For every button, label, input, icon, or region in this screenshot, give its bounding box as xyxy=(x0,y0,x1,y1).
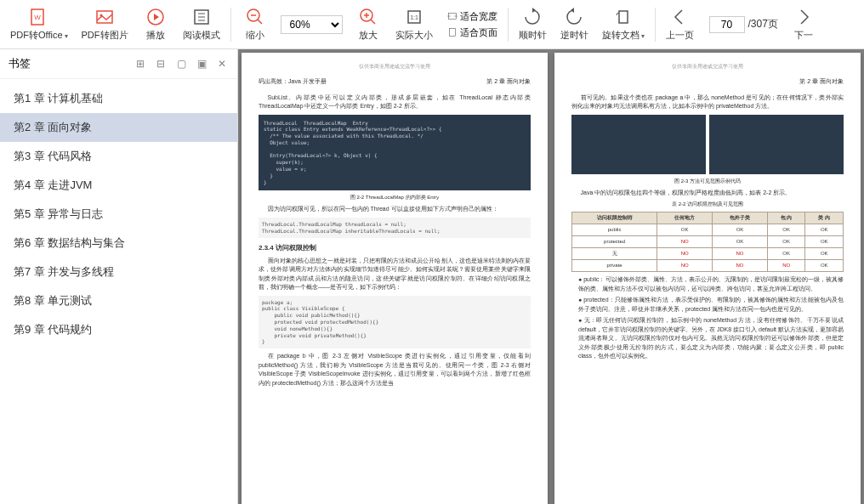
bookmark-list: 第1 章 计算机基础第2 章 面向对象第3 章 代码风格第4 章 走进JVM第5… xyxy=(0,79,237,504)
zoom-out-button[interactable]: 缩小 xyxy=(235,0,276,48)
pdf-viewer[interactable]: 仅供非商业用途或交流学习使用 码出高效：Java 开发手册第 2 章 面向对象 … xyxy=(238,49,864,504)
chevron-down-icon: ▾ xyxy=(65,32,68,40)
separator xyxy=(508,8,509,42)
zoom-in-icon xyxy=(358,7,378,27)
bookmark-item[interactable]: 第7 章 并发与多线程 xyxy=(0,258,237,286)
bookmarks-sidebar: 书签 ⊞ ⊟ ▢ ▣ ✕ 第1 章 计算机基础第2 章 面向对象第3 章 代码风… xyxy=(0,49,238,504)
code-screenshot-right xyxy=(709,115,844,174)
fit-buttons: 适合宽度 适合页面 xyxy=(440,0,504,48)
separator xyxy=(230,8,231,42)
pdf-page-left: 仅供非商业用途或交流学习使用 码出高效：Java 开发手册第 2 章 面向对象 … xyxy=(242,53,548,504)
bookmark-item[interactable]: 第3 章 代码风格 xyxy=(0,142,237,171)
rotate-doc-button[interactable]: 旋转文档▾ xyxy=(595,0,651,48)
svg-text:W: W xyxy=(34,14,41,21)
access-table: 访问权限控制符任何地方包外子类包 内类 内publicOKOKOKOKprote… xyxy=(571,212,844,272)
pdf-page-right: 仅供非商业用途或交流学习使用 第 2 章 面向对象 前可见的。如果这个类也在 p… xyxy=(554,53,861,504)
rotate-doc-icon xyxy=(613,7,634,27)
svg-text:1:1: 1:1 xyxy=(410,14,418,20)
svg-line-10 xyxy=(258,20,262,24)
bookmark-item[interactable]: 第2 章 面向对象 xyxy=(0,113,237,142)
svg-rect-21 xyxy=(449,28,455,36)
zoom-select[interactable]: 60% xyxy=(281,15,343,34)
close-icon[interactable]: ✕ xyxy=(215,57,229,71)
rotate-ccw-icon xyxy=(564,7,584,27)
pdf-word-icon: W xyxy=(29,7,49,27)
rotate-ccw-button[interactable]: 逆时针 xyxy=(554,0,595,48)
read-mode-button[interactable]: 阅读模式 xyxy=(176,0,227,48)
svg-line-13 xyxy=(371,20,375,24)
bullet-item: ● protected：只能修饰属性和方法，表示受保护的、有限制的，被其修饰的属… xyxy=(571,296,844,314)
bullet-item: ● 无：即无任何访问权限控制符，如示例中的 noneMethod 方法，没有任何… xyxy=(571,316,844,361)
fit-page-button[interactable]: 适合页面 xyxy=(446,26,497,39)
pdf-image-button[interactable]: PDF转图片 xyxy=(75,0,135,48)
svg-rect-22 xyxy=(619,11,628,23)
chevron-down-icon: ▾ xyxy=(641,32,645,40)
rotate-cw-icon xyxy=(522,7,543,27)
actual-size-icon: 1:1 xyxy=(404,7,424,27)
page-total-label: /307页 xyxy=(748,17,778,31)
expand-icon[interactable]: ⊞ xyxy=(134,57,147,71)
pdf-convert-button[interactable]: W PDF转Office▾ xyxy=(3,0,75,48)
bookmark-item[interactable]: 第5 章 异常与日志 xyxy=(0,200,237,229)
bookmark-item[interactable]: 第1 章 计算机基础 xyxy=(0,84,237,113)
bookmark-add-icon[interactable]: ▢ xyxy=(174,57,188,71)
arrow-right-icon xyxy=(793,7,814,27)
play-button[interactable]: 播放 xyxy=(135,0,176,48)
page-number-input[interactable] xyxy=(709,16,745,33)
image-icon xyxy=(94,7,115,27)
rotate-cw-button[interactable]: 顺时针 xyxy=(512,0,554,48)
sidebar-title: 书签 xyxy=(9,56,134,71)
collapse-icon[interactable]: ⊟ xyxy=(154,57,168,71)
bookmark-remove-icon[interactable]: ▣ xyxy=(195,57,208,71)
separator xyxy=(655,8,656,42)
zoom-in-button[interactable]: 放大 xyxy=(348,0,389,48)
bookmark-item[interactable]: 第9 章 代码规约 xyxy=(0,315,237,344)
play-icon xyxy=(145,7,166,27)
zoom-out-icon xyxy=(245,7,265,27)
fit-width-button[interactable]: 适合宽度 xyxy=(446,10,497,23)
bookmark-item[interactable]: 第6 章 数据结构与集合 xyxy=(0,229,237,258)
bookmark-item[interactable]: 第4 章 走进JVM xyxy=(0,171,237,200)
actual-size-button[interactable]: 1:1 实际大小 xyxy=(389,0,440,48)
arrow-left-icon xyxy=(669,7,690,27)
next-page-button[interactable]: 下一 xyxy=(783,0,824,48)
read-mode-icon xyxy=(191,7,212,27)
bullet-item: ● public：可以修饰外部类、属性、方法，表示公开的、无限制的，是访问限制最… xyxy=(571,275,844,293)
prev-page-button[interactable]: 上一页 xyxy=(659,0,701,48)
code-screenshot-left xyxy=(571,115,706,174)
bookmark-item[interactable]: 第8 章 单元测试 xyxy=(0,286,237,315)
